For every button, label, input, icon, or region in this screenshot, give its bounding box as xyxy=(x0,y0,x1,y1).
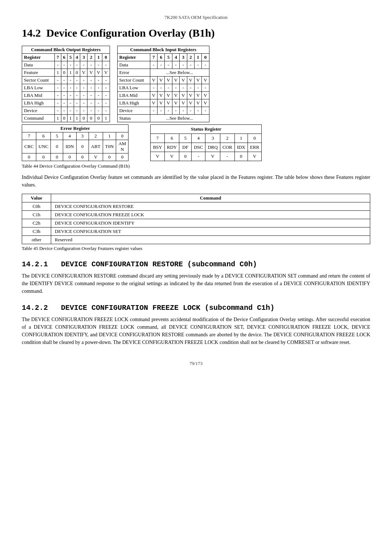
table-row: VV0-V-0V xyxy=(151,152,262,161)
table-row: C0h DEVICE CONFIGURATION RESTORE xyxy=(22,202,370,211)
table-row: LBA Low-------- xyxy=(22,84,110,92)
table45-caption: Table 45 Device Configuration Overlay Fe… xyxy=(22,246,370,251)
table-row: other Reserved xyxy=(22,236,370,244)
subsection-2-body: The DEVICE CONFIGURATION FREEZE LOCK com… xyxy=(22,316,370,346)
output-registers-table: Command Block Output Registers Register … xyxy=(22,46,110,122)
table-row: LBA HighVVVVVVVV xyxy=(117,99,209,107)
table-row: Device-------- xyxy=(117,107,209,115)
table44-caption: Table 44 Device Configuration Overlay Co… xyxy=(22,163,370,169)
table-row: Device-------- xyxy=(22,107,110,115)
table-row: C3h DEVICE CONFIGURATION SET xyxy=(22,227,370,236)
table-row: BSYRDYDFDSCDRQCORIDXERR xyxy=(151,143,262,152)
table-row: CRCUNC0IDN0ABTT0NAMN xyxy=(22,140,128,153)
table-row: Error...See Below... xyxy=(117,69,209,77)
status-register-table: Status Register 76543210 BSYRDYDFDSCDRQC… xyxy=(150,124,262,161)
subsection-1-body: The DEVICE CONFIGURATION RESTORE command… xyxy=(22,272,370,295)
table-row: Sector Count-------- xyxy=(22,77,110,84)
input-registers-table: Command Block Input Registers Register 7… xyxy=(117,46,209,122)
register-tables-wrapper: Command Block Output Registers Register … xyxy=(22,46,370,122)
error-register-table: Error Register 76543210 CRCUNC0IDN0ABTT0… xyxy=(22,124,128,161)
table-row: C1h DEVICE CONFIGURATION FREEZE LOCK xyxy=(22,211,370,219)
table-row: 00000V00 xyxy=(22,153,128,161)
page-footer: 79/173 xyxy=(22,361,370,366)
table-row: Feature1010VVVV xyxy=(22,69,110,77)
page-number: 79/173 xyxy=(189,361,203,366)
err-status-wrapper: Error Register 76543210 CRCUNC0IDN0ABTT0… xyxy=(22,124,370,161)
table-row: LBA Mid-------- xyxy=(22,92,110,99)
table-row: Data-------- xyxy=(22,61,110,69)
subsection-1-title: 14.2.1 DEVICE CONFIGURATION RESTORE (sub… xyxy=(22,260,370,268)
intro-text: Individual Device Configuration Overlay … xyxy=(22,173,370,189)
table-row: Sector CountVVVVVVVV xyxy=(117,77,209,84)
table-row: Command10110001 xyxy=(22,115,110,122)
table-row: LBA MidVVVVVVVV xyxy=(117,92,209,99)
table-row: LBA High-------- xyxy=(22,99,110,107)
table-row: C2h DEVICE CONFIGURATION IDENTIFY xyxy=(22,219,370,227)
table-row: LBA Low-------- xyxy=(117,84,209,92)
table-row: 76543210 xyxy=(22,132,128,140)
features-table: Value Command C0h DEVICE CONFIGURATION R… xyxy=(22,194,370,244)
table-row: Status...See Below... xyxy=(117,115,209,122)
table-row: Data-------- xyxy=(117,61,209,69)
page-header: 7K200 SATA OEM Specification xyxy=(22,15,370,20)
subsection-2-title: 14.2.2 DEVICE CONFIGURATION FREEZE LOCK … xyxy=(22,304,370,312)
section-title: 14.2 Device Configuration Overlay (B1h) xyxy=(22,27,370,39)
header-title: 7K200 SATA OEM Specification xyxy=(164,15,227,20)
table-row: 76543210 xyxy=(151,134,262,143)
